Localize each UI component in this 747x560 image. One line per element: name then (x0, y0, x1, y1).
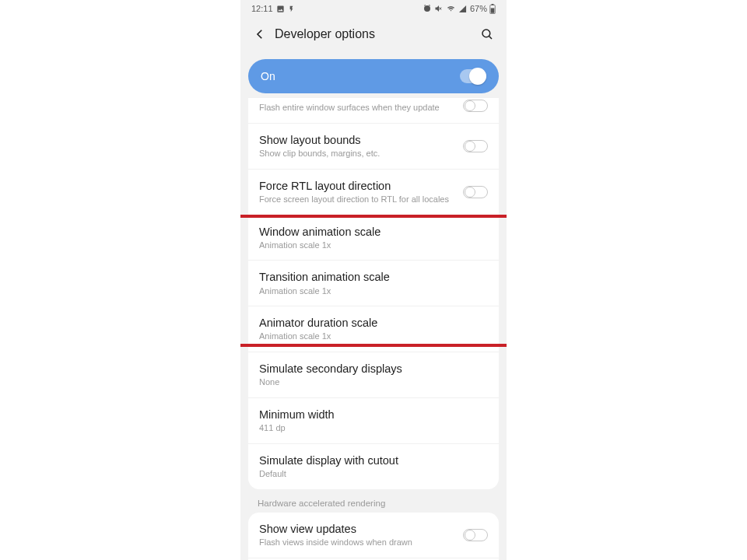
drawing-card: Flash entire window surfaces when they u… (248, 98, 499, 489)
header: Developer options (240, 17, 507, 51)
phone-frame: 12:11 67% Developer options (240, 0, 507, 560)
setting-subtitle: Animation scale 1x (259, 286, 488, 297)
master-toggle-label: On (261, 70, 275, 82)
section-label-hw-rendering: Hardware accelerated rendering (240, 489, 507, 513)
setting-title: Minimum width (259, 408, 488, 422)
wifi-icon (446, 5, 456, 13)
image-icon (276, 5, 285, 13)
hw-rendering-card: Show view updates Flash views inside win… (248, 513, 499, 560)
setting-simulate-display-cutout[interactable]: Simulate display with cutout Default (248, 443, 499, 489)
setting-show-layout-bounds[interactable]: Show layout bounds Show clip bounds, mar… (248, 123, 499, 169)
setting-title: Force RTL layout direction (259, 179, 455, 193)
chevron-left-icon (253, 27, 267, 41)
setting-subtitle: None (259, 377, 488, 388)
setting-title: Transition animation scale (259, 270, 488, 284)
developer-options-master-toggle[interactable]: On (248, 59, 499, 93)
setting-subtitle: Animation scale 1x (259, 331, 488, 342)
svg-rect-2 (491, 8, 495, 12)
setting-force-rtl[interactable]: Force RTL layout direction Force screen … (248, 169, 499, 215)
svg-point-3 (482, 30, 490, 37)
setting-subtitle: Flash entire window surfaces when they u… (259, 103, 455, 114)
toggle-off-icon[interactable] (463, 100, 488, 112)
bolt-icon (288, 5, 295, 13)
toggle-off-icon[interactable] (463, 186, 488, 198)
setting-subtitle: Default (259, 469, 488, 480)
setting-simulate-secondary-displays[interactable]: Simulate secondary displays None (248, 352, 499, 397)
setting-show-view-updates[interactable]: Show view updates Flash views inside win… (248, 513, 499, 558)
alarm-icon (423, 4, 432, 13)
setting-title: Show layout bounds (259, 133, 455, 147)
switch-on-icon (460, 69, 486, 83)
battery-icon (489, 4, 496, 14)
toggle-off-icon[interactable] (463, 140, 488, 152)
setting-title: Animator duration scale (259, 316, 488, 330)
status-time: 12:11 (251, 4, 273, 13)
settings-list: Flash entire window surfaces when they u… (240, 98, 507, 560)
search-icon (480, 27, 494, 41)
setting-title: Simulate secondary displays (259, 362, 488, 376)
back-button[interactable] (251, 26, 268, 43)
setting-minimum-width[interactable]: Minimum width 411 dp (248, 397, 499, 443)
setting-title: Window animation scale (259, 225, 488, 239)
setting-show-hw-layers-updates[interactable]: Show hardware layers updates (248, 558, 499, 560)
page-title: Developer options (275, 27, 479, 41)
battery-percent: 67% (470, 4, 487, 13)
setting-subtitle: Force screen layout direction to RTL for… (259, 194, 455, 205)
setting-subtitle: Animation scale 1x (259, 240, 488, 251)
mute-icon (434, 4, 444, 13)
setting-show-surface-updates[interactable]: Flash entire window surfaces when they u… (248, 98, 499, 123)
setting-title: Simulate display with cutout (259, 453, 488, 467)
signal-icon (458, 5, 467, 13)
setting-window-animation-scale[interactable]: Window animation scale Animation scale 1… (248, 215, 499, 261)
status-bar: 12:11 67% (240, 0, 507, 17)
setting-title: Show view updates (259, 522, 455, 536)
setting-subtitle: Show clip bounds, margins, etc. (259, 149, 455, 159)
toggle-off-icon[interactable] (463, 529, 488, 541)
setting-subtitle: Flash views inside windows when drawn (259, 537, 455, 548)
setting-animator-duration-scale[interactable]: Animator duration scale Animation scale … (248, 306, 499, 352)
setting-transition-animation-scale[interactable]: Transition animation scale Animation sca… (248, 260, 499, 306)
setting-subtitle: 411 dp (259, 423, 488, 434)
search-button[interactable] (479, 26, 496, 43)
